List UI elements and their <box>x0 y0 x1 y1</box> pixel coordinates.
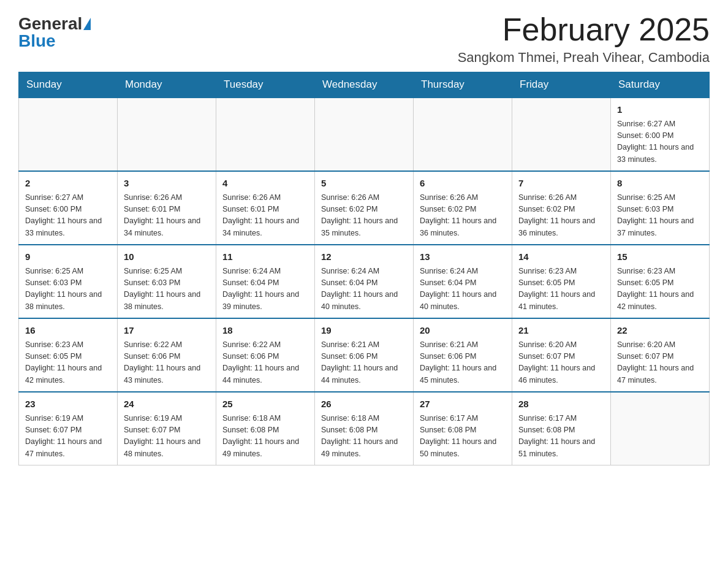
calendar-table: SundayMondayTuesdayWednesdayThursdayFrid… <box>18 72 710 465</box>
calendar-cell: 16Sunrise: 6:23 AM Sunset: 6:05 PM Dayli… <box>19 318 118 392</box>
day-info: Sunrise: 6:18 AM Sunset: 6:08 PM Dayligh… <box>321 413 407 461</box>
calendar-cell: 27Sunrise: 6:17 AM Sunset: 6:08 PM Dayli… <box>414 392 512 465</box>
calendar-cell: 2Sunrise: 6:27 AM Sunset: 6:00 PM Daylig… <box>19 171 118 245</box>
day-info: Sunrise: 6:25 AM Sunset: 6:03 PM Dayligh… <box>124 266 210 313</box>
calendar-cell: 17Sunrise: 6:22 AM Sunset: 6:06 PM Dayli… <box>118 318 216 392</box>
calendar-cell: 3Sunrise: 6:26 AM Sunset: 6:01 PM Daylig… <box>118 171 216 245</box>
day-info: Sunrise: 6:26 AM Sunset: 6:02 PM Dayligh… <box>321 192 407 240</box>
day-info: Sunrise: 6:19 AM Sunset: 6:07 PM Dayligh… <box>124 413 210 461</box>
logo-triangle-icon <box>83 18 91 30</box>
calendar-week-row: 1Sunrise: 6:27 AM Sunset: 6:00 PM Daylig… <box>19 98 710 171</box>
calendar-cell: 15Sunrise: 6:23 AM Sunset: 6:05 PM Dayli… <box>611 245 710 318</box>
day-number: 21 <box>518 324 604 338</box>
day-info: Sunrise: 6:27 AM Sunset: 6:00 PM Dayligh… <box>617 118 703 166</box>
day-info: Sunrise: 6:26 AM Sunset: 6:02 PM Dayligh… <box>420 192 506 240</box>
location-title: Sangkom Thmei, Preah Vihear, Cambodia <box>458 50 710 66</box>
calendar-week-row: 9Sunrise: 6:25 AM Sunset: 6:03 PM Daylig… <box>19 245 710 318</box>
logo-blue-text: Blue <box>18 33 56 50</box>
day-number: 8 <box>617 177 703 191</box>
day-info: Sunrise: 6:26 AM Sunset: 6:01 PM Dayligh… <box>124 192 210 240</box>
day-info: Sunrise: 6:22 AM Sunset: 6:06 PM Dayligh… <box>222 339 308 387</box>
logo-general-text: General <box>18 15 82 33</box>
day-number: 10 <box>124 250 210 264</box>
day-number: 19 <box>321 324 407 338</box>
calendar-cell: 5Sunrise: 6:26 AM Sunset: 6:02 PM Daylig… <box>315 171 414 245</box>
day-info: Sunrise: 6:18 AM Sunset: 6:08 PM Dayligh… <box>222 413 308 461</box>
day-info: Sunrise: 6:21 AM Sunset: 6:06 PM Dayligh… <box>420 339 506 387</box>
day-number: 26 <box>321 397 407 412</box>
day-number: 3 <box>124 177 210 191</box>
day-info: Sunrise: 6:20 AM Sunset: 6:07 PM Dayligh… <box>617 339 703 387</box>
weekday-header-tuesday: Tuesday <box>216 72 315 98</box>
calendar-cell: 23Sunrise: 6:19 AM Sunset: 6:07 PM Dayli… <box>19 392 118 465</box>
calendar-cell <box>414 98 512 171</box>
day-number: 18 <box>222 324 308 338</box>
calendar-cell: 4Sunrise: 6:26 AM Sunset: 6:01 PM Daylig… <box>216 171 315 245</box>
calendar-cell: 14Sunrise: 6:23 AM Sunset: 6:05 PM Dayli… <box>512 245 611 318</box>
day-number: 2 <box>25 177 111 191</box>
day-number: 14 <box>518 250 604 264</box>
calendar-cell: 28Sunrise: 6:17 AM Sunset: 6:08 PM Dayli… <box>512 392 611 465</box>
calendar-cell: 1Sunrise: 6:27 AM Sunset: 6:00 PM Daylig… <box>611 98 710 171</box>
calendar-cell: 8Sunrise: 6:25 AM Sunset: 6:03 PM Daylig… <box>611 171 710 245</box>
calendar-week-row: 23Sunrise: 6:19 AM Sunset: 6:07 PM Dayli… <box>19 392 710 465</box>
day-number: 13 <box>420 250 506 264</box>
day-number: 20 <box>420 324 506 338</box>
calendar-cell: 20Sunrise: 6:21 AM Sunset: 6:06 PM Dayli… <box>414 318 512 392</box>
calendar-cell <box>216 98 315 171</box>
day-number: 12 <box>321 250 407 264</box>
calendar-cell: 19Sunrise: 6:21 AM Sunset: 6:06 PM Dayli… <box>315 318 414 392</box>
calendar-cell <box>19 98 118 171</box>
calendar-cell: 7Sunrise: 6:26 AM Sunset: 6:02 PM Daylig… <box>512 171 611 245</box>
day-info: Sunrise: 6:24 AM Sunset: 6:04 PM Dayligh… <box>222 266 308 313</box>
weekday-header-friday: Friday <box>512 72 611 98</box>
day-number: 1 <box>617 103 703 117</box>
title-area: February 2025 Sangkom Thmei, Preah Vihea… <box>458 12 710 66</box>
day-number: 7 <box>518 177 604 191</box>
day-info: Sunrise: 6:23 AM Sunset: 6:05 PM Dayligh… <box>518 266 604 313</box>
day-number: 17 <box>124 324 210 338</box>
weekday-header-wednesday: Wednesday <box>315 72 414 98</box>
day-info: Sunrise: 6:22 AM Sunset: 6:06 PM Dayligh… <box>124 339 210 387</box>
month-title: February 2025 <box>458 12 710 47</box>
day-number: 5 <box>321 177 407 191</box>
day-info: Sunrise: 6:25 AM Sunset: 6:03 PM Dayligh… <box>617 192 703 240</box>
day-info: Sunrise: 6:17 AM Sunset: 6:08 PM Dayligh… <box>420 413 506 461</box>
day-info: Sunrise: 6:23 AM Sunset: 6:05 PM Dayligh… <box>25 339 111 387</box>
day-info: Sunrise: 6:24 AM Sunset: 6:04 PM Dayligh… <box>321 266 407 313</box>
calendar-week-row: 16Sunrise: 6:23 AM Sunset: 6:05 PM Dayli… <box>19 318 710 392</box>
weekday-header-sunday: Sunday <box>19 72 118 98</box>
day-info: Sunrise: 6:24 AM Sunset: 6:04 PM Dayligh… <box>420 266 506 313</box>
page-header: General Blue February 2025 Sangkom Thmei… <box>18 12 710 66</box>
calendar-cell: 22Sunrise: 6:20 AM Sunset: 6:07 PM Dayli… <box>611 318 710 392</box>
weekday-header-saturday: Saturday <box>611 72 710 98</box>
calendar-cell: 9Sunrise: 6:25 AM Sunset: 6:03 PM Daylig… <box>19 245 118 318</box>
day-number: 4 <box>222 177 308 191</box>
day-number: 6 <box>420 177 506 191</box>
day-info: Sunrise: 6:26 AM Sunset: 6:01 PM Dayligh… <box>222 192 308 240</box>
calendar-cell: 18Sunrise: 6:22 AM Sunset: 6:06 PM Dayli… <box>216 318 315 392</box>
calendar-cell <box>118 98 216 171</box>
day-info: Sunrise: 6:19 AM Sunset: 6:07 PM Dayligh… <box>25 413 111 461</box>
weekday-header-row: SundayMondayTuesdayWednesdayThursdayFrid… <box>19 72 710 98</box>
day-number: 22 <box>617 324 703 338</box>
day-info: Sunrise: 6:17 AM Sunset: 6:08 PM Dayligh… <box>518 413 604 461</box>
day-number: 24 <box>124 397 210 412</box>
calendar-cell: 26Sunrise: 6:18 AM Sunset: 6:08 PM Dayli… <box>315 392 414 465</box>
calendar-cell: 25Sunrise: 6:18 AM Sunset: 6:08 PM Dayli… <box>216 392 315 465</box>
day-number: 28 <box>518 397 604 412</box>
day-number: 11 <box>222 250 308 264</box>
day-info: Sunrise: 6:21 AM Sunset: 6:06 PM Dayligh… <box>321 339 407 387</box>
day-info: Sunrise: 6:27 AM Sunset: 6:00 PM Dayligh… <box>25 192 111 240</box>
logo: General Blue <box>18 15 91 50</box>
day-info: Sunrise: 6:25 AM Sunset: 6:03 PM Dayligh… <box>25 266 111 313</box>
day-number: 15 <box>617 250 703 264</box>
day-info: Sunrise: 6:26 AM Sunset: 6:02 PM Dayligh… <box>518 192 604 240</box>
calendar-cell: 11Sunrise: 6:24 AM Sunset: 6:04 PM Dayli… <box>216 245 315 318</box>
weekday-header-thursday: Thursday <box>414 72 512 98</box>
weekday-header-monday: Monday <box>118 72 216 98</box>
calendar-cell: 24Sunrise: 6:19 AM Sunset: 6:07 PM Dayli… <box>118 392 216 465</box>
day-info: Sunrise: 6:23 AM Sunset: 6:05 PM Dayligh… <box>617 266 703 313</box>
calendar-cell <box>315 98 414 171</box>
calendar-cell: 12Sunrise: 6:24 AM Sunset: 6:04 PM Dayli… <box>315 245 414 318</box>
